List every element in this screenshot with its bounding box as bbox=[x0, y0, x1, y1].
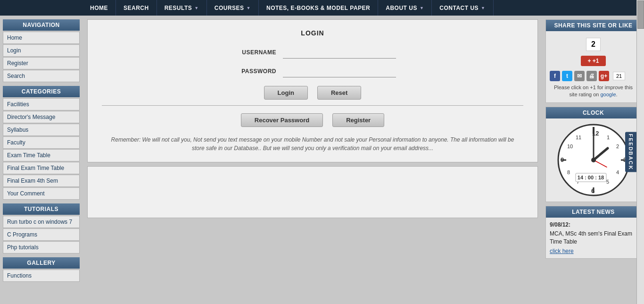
clock-title: CLOCK bbox=[546, 107, 641, 118]
svg-point-21 bbox=[591, 158, 596, 162]
sidebar-item-search[interactable]: Search bbox=[3, 70, 80, 82]
sidebar-item-facilities[interactable]: Facilities bbox=[3, 98, 80, 110]
login-title: LOGIN bbox=[102, 29, 523, 37]
sidebar-item-final-exam-4th[interactable]: Final Exam 4th Sem bbox=[3, 175, 80, 187]
svg-text:4: 4 bbox=[616, 169, 619, 175]
password-row: PASSWORD bbox=[102, 65, 523, 77]
left-sidebar: NAVIGATION Home Login Register Search CA… bbox=[0, 16, 83, 304]
username-label: USERNAME bbox=[229, 49, 276, 56]
recover-register-buttons: Recover Password Register bbox=[102, 113, 523, 127]
sidebar-item-home[interactable]: Home bbox=[3, 32, 80, 44]
sidebar-item-exam-timetable[interactable]: Exam Time Table bbox=[3, 149, 80, 161]
svg-text:8: 8 bbox=[567, 169, 570, 175]
about-arrow-icon: ▼ bbox=[420, 6, 424, 10]
share-count-box: 2 bbox=[550, 35, 637, 54]
twitter-icon[interactable]: t bbox=[562, 71, 572, 81]
like-count: 21 bbox=[613, 72, 625, 80]
nav-contact[interactable]: CONTACT US ▼ bbox=[432, 0, 493, 16]
svg-text:6: 6 bbox=[591, 187, 594, 194]
gallery-title: GALLERY bbox=[3, 257, 80, 269]
news-section: LATEST NEWS 9/08/12: MCA, MSc 4th sem's … bbox=[545, 206, 641, 259]
courses-arrow-icon: ▼ bbox=[247, 6, 251, 10]
main-layout: NAVIGATION Home Login Register Search CA… bbox=[0, 16, 644, 304]
news-date: 9/08/12: bbox=[550, 221, 637, 228]
gplus-button[interactable]: + +1 bbox=[581, 56, 605, 66]
gplus2-icon[interactable]: g+ bbox=[599, 71, 609, 81]
recover-password-button[interactable]: Recover Password bbox=[241, 113, 323, 127]
share-title: SHARE THIS SITE OR LIKE bbox=[546, 20, 641, 31]
gallery-section: GALLERY Functions bbox=[3, 257, 80, 282]
svg-text:2: 2 bbox=[616, 144, 619, 149]
register-button[interactable]: Register bbox=[332, 113, 384, 127]
sidebar-item-register[interactable]: Register bbox=[3, 57, 80, 69]
sidebar-item-c-programs[interactable]: C Programs bbox=[3, 228, 80, 241]
sidebar-item-final-exam-timetable[interactable]: Final Exam Time Table bbox=[3, 162, 80, 174]
sidebar-item-syllabus[interactable]: Syllabus bbox=[3, 124, 80, 136]
top-navigation: HOME SEARCH RESULTS ▼ COURSES ▼ NOTES, E… bbox=[0, 0, 644, 16]
clock-time-display: 14 : 00 : 18 bbox=[577, 175, 603, 180]
news-title: LATEST NEWS bbox=[546, 206, 641, 218]
center-content: LOGIN USERNAME PASSWORD Login Reset Reco… bbox=[83, 16, 543, 304]
print-icon[interactable]: 🖨 bbox=[586, 71, 597, 81]
share-count: 2 bbox=[586, 38, 601, 51]
email-icon[interactable]: ✉ bbox=[574, 71, 585, 81]
login-box: LOGIN USERNAME PASSWORD Login Reset Reco… bbox=[87, 19, 538, 162]
contact-arrow-icon: ▼ bbox=[481, 6, 485, 10]
nav-home[interactable]: HOME bbox=[83, 0, 116, 16]
feedback-tab[interactable]: FEEDBACK bbox=[625, 132, 636, 172]
share-section: SHARE THIS SITE OR LIKE 2 + +1 f t ✉ 🖨 g… bbox=[545, 19, 641, 103]
svg-text:10: 10 bbox=[567, 144, 573, 149]
reset-button[interactable]: Reset bbox=[317, 86, 361, 100]
results-arrow-icon: ▼ bbox=[194, 6, 198, 10]
nav-notes[interactable]: NOTES, E-BOOKS & MODEL PAPER bbox=[259, 0, 378, 16]
nav-courses[interactable]: COURSES ▼ bbox=[207, 0, 259, 16]
sidebar-item-directors-message[interactable]: Director's Message bbox=[3, 111, 80, 123]
clock-svg: 12 3 6 9 1 2 4 5 7 8 10 11 bbox=[556, 122, 631, 198]
sidebar-item-functions[interactable]: Functions bbox=[3, 270, 80, 282]
svg-text:5: 5 bbox=[606, 179, 609, 185]
password-label: PASSWORD bbox=[229, 68, 276, 75]
svg-text:9: 9 bbox=[561, 156, 564, 163]
facebook-icon[interactable]: f bbox=[550, 71, 560, 81]
tutorials-section: TUTORIALS Run turbo c on windows 7 C Pro… bbox=[3, 203, 80, 253]
username-input[interactable] bbox=[283, 46, 396, 59]
svg-text:11: 11 bbox=[576, 135, 581, 140]
nav-about[interactable]: ABOUT US ▼ bbox=[378, 0, 432, 16]
scrollbar-thumb[interactable] bbox=[637, 0, 644, 29]
tutorials-title: TUTORIALS bbox=[3, 203, 80, 215]
username-row: USERNAME bbox=[102, 46, 523, 59]
news-body: 9/08/12: MCA, MSc 4th sem's Final Exam T… bbox=[546, 218, 641, 259]
google-link[interactable]: google bbox=[600, 92, 616, 97]
nav-results[interactable]: RESULTS ▼ bbox=[157, 0, 207, 16]
login-buttons: Login Reset bbox=[102, 86, 523, 100]
password-input[interactable] bbox=[283, 65, 396, 77]
scrollbar-track bbox=[636, 0, 644, 304]
nav-search[interactable]: SEARCH bbox=[116, 0, 157, 16]
categories-title: CATEGORIES bbox=[3, 86, 80, 97]
remember-text: Remember: We will not call you, Not send… bbox=[102, 135, 523, 152]
sidebar-item-turbo-c[interactable]: Run turbo c on windows 7 bbox=[3, 216, 80, 228]
sidebar-item-faculty[interactable]: Faculty bbox=[3, 136, 80, 149]
divider bbox=[102, 105, 523, 106]
bottom-box bbox=[87, 166, 538, 218]
login-button[interactable]: Login bbox=[264, 86, 308, 100]
sidebar-item-login[interactable]: Login bbox=[3, 44, 80, 57]
share-body: 2 + +1 f t ✉ 🖨 g+ 21 Please click on +1 … bbox=[546, 31, 641, 102]
news-link[interactable]: click here bbox=[550, 248, 574, 254]
news-text: MCA, MSc 4th sem's Final Exam Time Table bbox=[550, 230, 637, 246]
share-note: Please click on +1 for improve this site… bbox=[550, 84, 637, 99]
share-icons-row: f t ✉ 🖨 g+ 21 bbox=[550, 71, 637, 81]
svg-text:1: 1 bbox=[607, 135, 610, 140]
navigation-title: NAVIGATION bbox=[3, 19, 80, 31]
sidebar-item-your-comment[interactable]: Your Comment bbox=[3, 187, 80, 200]
categories-section: CATEGORIES Facilities Director's Message… bbox=[3, 86, 80, 200]
sidebar-item-php-tutorials[interactable]: Php tutorials bbox=[3, 241, 80, 253]
nav-section: NAVIGATION Home Login Register Search bbox=[3, 19, 80, 82]
